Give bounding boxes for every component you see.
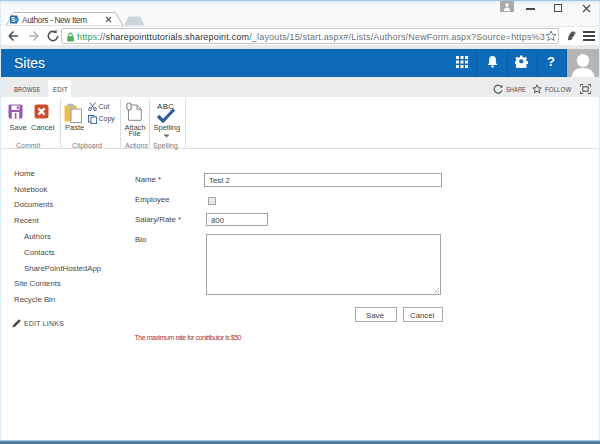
svg-text:S: S — [11, 16, 16, 23]
